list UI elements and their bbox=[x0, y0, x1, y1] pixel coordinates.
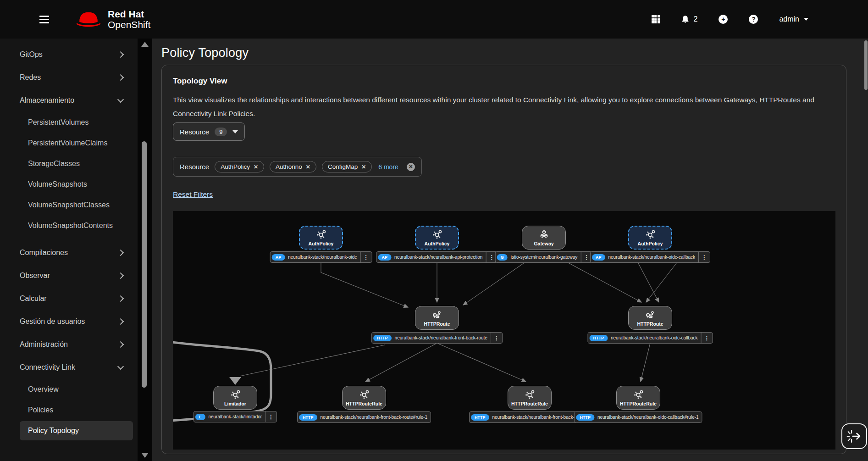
node-authpolicy[interactable]: AuthPolicy bbox=[299, 226, 343, 250]
resource-count-badge: 9 bbox=[215, 128, 227, 136]
topology-canvas[interactable]: AuthPolicy AuthPolicy Gateway AuthPolicy… bbox=[173, 211, 835, 450]
close-icon[interactable]: ✕ bbox=[254, 164, 258, 170]
sidebar-item-label: GitOps bbox=[20, 50, 43, 59]
node-httprouterule[interactable]: HTTPRouteRule bbox=[616, 386, 660, 410]
resource-dropdown-label: Resource bbox=[180, 128, 209, 136]
window-scrollbar-thumb[interactable] bbox=[864, 40, 868, 90]
routerule-icon bbox=[633, 389, 644, 400]
close-icon[interactable]: ✕ bbox=[361, 164, 366, 170]
sidebar-item-connectivity-link[interactable]: Connectivity Link bbox=[0, 356, 138, 379]
help-button[interactable]: ? bbox=[749, 15, 758, 24]
sidebar-item-label: Gestión de usuarios bbox=[20, 317, 85, 326]
notification-count: 2 bbox=[694, 15, 698, 23]
resource-label[interactable]: L neuralbank-stack/limitador ⋮ bbox=[194, 411, 277, 422]
sidebar-item-policies[interactable]: Policies bbox=[0, 400, 138, 420]
sidebar-item-label: Redes bbox=[20, 73, 41, 82]
resource-label[interactable]: HTTP neuralbank-stack/neuralbank-front-b… bbox=[371, 332, 503, 344]
filter-chip-authorino[interactable]: Authorino ✕ bbox=[270, 161, 316, 172]
show-more-chips-link[interactable]: 6 more bbox=[378, 163, 398, 171]
sidebar-item-persistentvolumeclaims[interactable]: PersistentVolumeClaims bbox=[0, 133, 138, 153]
sidebar-item-redes[interactable]: Redes bbox=[0, 66, 138, 89]
resource-name: neuralbank-stack/neuralbank-front-back-r… bbox=[489, 415, 584, 420]
chip-label: Authorino bbox=[276, 163, 302, 170]
node-limitador[interactable]: Limitador bbox=[213, 386, 257, 410]
kebab-menu-icon[interactable]: ⋮ bbox=[265, 411, 276, 422]
authpolicy-icon bbox=[431, 229, 443, 240]
scroll-down-arrow[interactable] bbox=[141, 453, 149, 458]
brand-text: Red Hat OpenShift bbox=[108, 9, 150, 30]
sidebar-item-storageclasses[interactable]: StorageClasses bbox=[0, 153, 138, 174]
redhat-fedora-icon bbox=[75, 10, 102, 28]
kebab-menu-icon[interactable]: ⋮ bbox=[701, 333, 713, 343]
filter-group-label: Resource bbox=[180, 163, 209, 171]
sidebar-item-gitops[interactable]: GitOps bbox=[0, 43, 138, 66]
bell-icon bbox=[681, 15, 690, 24]
menu-toggle-icon[interactable] bbox=[39, 16, 50, 23]
resource-kind-badge: AP bbox=[272, 254, 285, 261]
resource-label[interactable]: HTTP neuralbank-stack/neuralbank-front-b… bbox=[297, 411, 431, 423]
app-launcher-icon[interactable] bbox=[652, 15, 660, 23]
resource-dropdown[interactable]: Resource 9 bbox=[173, 122, 245, 141]
sidebar-item-volumesnapshotcontents[interactable]: VolumeSnapshotContents bbox=[0, 215, 138, 236]
sidebar-item-administracion[interactable]: Administración bbox=[0, 333, 138, 356]
scroll-up-arrow[interactable] bbox=[141, 42, 149, 47]
filter-chip-configmap[interactable]: ConfigMap ✕ bbox=[322, 161, 372, 172]
close-icon[interactable]: ✕ bbox=[306, 164, 310, 170]
chevron-right-icon bbox=[117, 74, 124, 81]
user-menu[interactable]: admin bbox=[779, 15, 808, 23]
main-content: Policy Topology Topology View This view … bbox=[152, 39, 868, 461]
sidebar-item-overview[interactable]: Overview bbox=[0, 379, 138, 400]
resource-label[interactable]: HTTP neuralbank-stack/neuralbank-oidc-ca… bbox=[587, 332, 713, 344]
route-icon bbox=[645, 309, 656, 321]
kebab-menu-icon[interactable]: ⋮ bbox=[491, 333, 502, 343]
resource-label[interactable]: HTTP neuralbank-stack/neuralbank-front-b… bbox=[469, 411, 584, 423]
redhat-openshift-logo[interactable]: Red Hat OpenShift bbox=[75, 9, 150, 30]
sidebar-item-calcular[interactable]: Calcular bbox=[0, 287, 138, 310]
filter-chip-authpolicy[interactable]: AuthPolicy ✕ bbox=[215, 161, 264, 172]
chevron-right-icon bbox=[117, 318, 124, 325]
node-httproute[interactable]: HTTPRoute bbox=[415, 306, 459, 330]
sidebar-nav: GitOps Redes Almacenamiento PersistentVo… bbox=[0, 39, 138, 461]
resource-label[interactable]: AP neuralbank-stack/neuralbank-oidc ⋮ bbox=[270, 251, 372, 263]
node-httprouterule[interactable]: HTTPRouteRule bbox=[508, 386, 552, 410]
sidebar-item-persistentvolumes[interactable]: PersistentVolumes bbox=[0, 112, 138, 133]
sidebar-item-volumesnapshotclasses[interactable]: VolumeSnapshotClasses bbox=[0, 194, 138, 215]
node-gateway[interactable]: Gateway bbox=[522, 226, 566, 250]
authpolicy-icon bbox=[645, 229, 656, 240]
kebab-menu-icon[interactable]: ⋮ bbox=[698, 252, 710, 262]
scrollbar-thumb[interactable] bbox=[142, 141, 147, 388]
sidebar-item-label: Policies bbox=[28, 406, 53, 414]
plus-circle-icon: + bbox=[719, 15, 728, 24]
sidebar-item-observar[interactable]: Observar bbox=[0, 264, 138, 287]
sidebar-item-almacenamiento[interactable]: Almacenamiento bbox=[0, 89, 138, 112]
sidebar-item-label: PersistentVolumes bbox=[28, 118, 89, 127]
clear-all-filters-icon[interactable]: ✕ bbox=[407, 163, 415, 171]
sidebar-item-volumesnapshots[interactable]: VolumeSnapshots bbox=[0, 174, 138, 194]
topology-action-button[interactable] bbox=[841, 423, 867, 449]
add-button[interactable]: + bbox=[719, 15, 728, 24]
masthead-right: 2 + ? admin bbox=[652, 15, 808, 24]
card-title: Topology View bbox=[173, 77, 835, 86]
notifications-button[interactable]: 2 bbox=[681, 15, 698, 24]
resource-label[interactable]: AP neuralbank-stack/neuralbank-oidc-call… bbox=[590, 251, 710, 263]
chevron-down-icon bbox=[117, 96, 124, 103]
resource-kind-badge: AP bbox=[592, 254, 605, 261]
resource-label[interactable]: AP neuralbank-stack/neuralbank-api-prote… bbox=[376, 251, 498, 263]
node-httproute[interactable]: HTTPRoute bbox=[628, 306, 672, 330]
route-icon bbox=[431, 309, 443, 321]
resource-label[interactable]: HTTP neuralbank-stack/neuralbank-oidc-ca… bbox=[574, 411, 702, 423]
kebab-menu-icon[interactable]: ⋮ bbox=[360, 252, 371, 262]
chevron-right-icon bbox=[117, 250, 124, 256]
sidebar-item-gestion-de-usuarios[interactable]: Gestión de usuarios bbox=[0, 310, 138, 333]
node-type-label: HTTPRouteRule bbox=[620, 401, 657, 406]
node-authpolicy[interactable]: AuthPolicy bbox=[628, 226, 672, 250]
resource-label[interactable]: G istio-system/neuralbank-gateway ⋮ bbox=[495, 251, 593, 263]
node-authpolicy[interactable]: AuthPolicy bbox=[415, 226, 459, 250]
reset-filters-link[interactable]: Reset Filters bbox=[173, 190, 213, 199]
openshift-console: Red Hat OpenShift 2 + bbox=[0, 0, 868, 461]
sidebar-item-policy-topology[interactable]: Policy Topology bbox=[20, 421, 133, 440]
sidebar-item-compilaciones[interactable]: Compilaciones bbox=[0, 241, 138, 264]
node-httprouterule[interactable]: HTTPRouteRule bbox=[342, 386, 386, 410]
resource-name: neuralbank-stack/neuralbank-oidc bbox=[285, 255, 360, 260]
sidebar-item-label: StorageClasses bbox=[28, 160, 80, 168]
